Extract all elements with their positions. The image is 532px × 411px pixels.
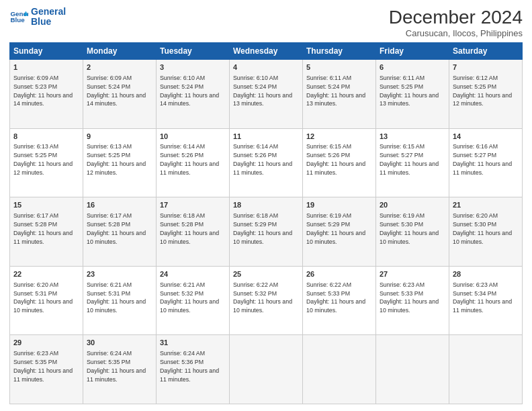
day-number: 3 (160, 62, 226, 73)
calendar-day-cell: 27 Sunrise: 6:23 AMSunset: 5:33 PMDaylig… (376, 266, 449, 335)
day-number: 6 (380, 62, 445, 73)
logo-line2: Blue (31, 17, 66, 27)
header: General Blue General Blue December 2024 … (9, 7, 523, 38)
day-info: Sunrise: 6:15 AMSunset: 5:26 PMDaylight:… (306, 143, 365, 176)
day-number: 1 (13, 62, 79, 73)
calendar-day-cell (376, 335, 449, 404)
calendar-header-row: SundayMondayTuesdayWednesdayThursdayFrid… (10, 43, 523, 60)
day-number: 15 (13, 200, 79, 210)
calendar-day-cell: 29 Sunrise: 6:23 AMSunset: 5:35 PMDaylig… (10, 335, 83, 404)
calendar-day-cell: 25 Sunrise: 6:22 AMSunset: 5:32 PMDaylig… (230, 266, 303, 335)
calendar-day-cell: 15 Sunrise: 6:17 AMSunset: 5:28 PMDaylig… (10, 197, 83, 267)
day-info: Sunrise: 6:23 AMSunset: 5:34 PMDaylight:… (453, 281, 512, 314)
calendar-day-cell: 3 Sunrise: 6:10 AMSunset: 5:24 PMDayligh… (157, 60, 230, 129)
calendar-day-cell (230, 335, 303, 404)
page-title: December 2024 (389, 7, 523, 28)
day-number: 2 (87, 62, 152, 73)
day-number: 30 (87, 338, 152, 348)
day-info: Sunrise: 6:23 AMSunset: 5:35 PMDaylight:… (13, 350, 73, 383)
calendar-day-cell: 2 Sunrise: 6:09 AMSunset: 5:24 PMDayligh… (83, 60, 157, 129)
calendar-week-row: 1 Sunrise: 6:09 AMSunset: 5:23 PMDayligh… (10, 60, 523, 129)
day-info: Sunrise: 6:11 AMSunset: 5:24 PMDaylight:… (306, 75, 365, 107)
calendar-day-cell: 8 Sunrise: 6:13 AMSunset: 5:25 PMDayligh… (10, 128, 83, 197)
calendar-day-header: Tuesday (157, 43, 230, 60)
calendar-day-cell: 7 Sunrise: 6:12 AMSunset: 5:25 PMDayligh… (449, 60, 523, 129)
calendar-day-cell: 14 Sunrise: 6:16 AMSunset: 5:27 PMDaylig… (449, 128, 523, 197)
day-number: 19 (306, 200, 372, 210)
calendar-day-cell: 30 Sunrise: 6:24 AMSunset: 5:35 PMDaylig… (83, 335, 157, 404)
calendar-day-cell: 4 Sunrise: 6:10 AMSunset: 5:24 PMDayligh… (230, 60, 303, 129)
calendar-day-header: Friday (376, 43, 449, 60)
day-number: 4 (233, 62, 299, 73)
day-number: 17 (160, 200, 226, 210)
day-info: Sunrise: 6:17 AMSunset: 5:28 PMDaylight:… (87, 212, 146, 245)
day-number: 20 (380, 200, 445, 210)
day-number: 12 (306, 132, 372, 142)
day-number: 27 (380, 269, 445, 279)
day-info: Sunrise: 6:21 AMSunset: 5:31 PMDaylight:… (87, 281, 146, 314)
day-number: 9 (87, 132, 152, 142)
day-info: Sunrise: 6:15 AMSunset: 5:27 PMDaylight:… (380, 143, 439, 176)
calendar-day-cell: 20 Sunrise: 6:19 AMSunset: 5:30 PMDaylig… (376, 197, 449, 267)
calendar-day-cell: 13 Sunrise: 6:15 AMSunset: 5:27 PMDaylig… (376, 128, 449, 197)
calendar-day-cell: 31 Sunrise: 6:24 AMSunset: 5:36 PMDaylig… (157, 335, 230, 404)
day-number: 31 (160, 338, 226, 348)
calendar-day-cell: 28 Sunrise: 6:23 AMSunset: 5:34 PMDaylig… (449, 266, 523, 335)
calendar-day-cell: 19 Sunrise: 6:19 AMSunset: 5:29 PMDaylig… (303, 197, 376, 267)
day-info: Sunrise: 6:14 AMSunset: 5:26 PMDaylight:… (233, 143, 292, 176)
day-info: Sunrise: 6:23 AMSunset: 5:33 PMDaylight:… (380, 281, 439, 314)
calendar-day-cell: 1 Sunrise: 6:09 AMSunset: 5:23 PMDayligh… (10, 60, 83, 129)
calendar-day-cell: 6 Sunrise: 6:11 AMSunset: 5:25 PMDayligh… (376, 60, 449, 129)
day-info: Sunrise: 6:11 AMSunset: 5:25 PMDaylight:… (380, 75, 439, 107)
calendar-day-cell: 21 Sunrise: 6:20 AMSunset: 5:30 PMDaylig… (449, 197, 523, 267)
calendar-day-cell: 5 Sunrise: 6:11 AMSunset: 5:24 PMDayligh… (303, 60, 376, 129)
day-info: Sunrise: 6:14 AMSunset: 5:26 PMDaylight:… (160, 143, 219, 176)
day-info: Sunrise: 6:13 AMSunset: 5:25 PMDaylight:… (13, 143, 73, 176)
day-info: Sunrise: 6:22 AMSunset: 5:32 PMDaylight:… (233, 281, 292, 314)
calendar-day-cell: 10 Sunrise: 6:14 AMSunset: 5:26 PMDaylig… (157, 128, 230, 197)
day-number: 11 (233, 132, 299, 142)
day-info: Sunrise: 6:09 AMSunset: 5:23 PMDaylight:… (13, 75, 73, 107)
logo-icon: General Blue (9, 7, 28, 26)
day-number: 29 (13, 338, 79, 348)
day-number: 18 (233, 200, 299, 210)
calendar-day-cell (449, 335, 523, 404)
day-info: Sunrise: 6:13 AMSunset: 5:25 PMDaylight:… (87, 143, 146, 176)
logo-line1: General (31, 7, 66, 17)
day-info: Sunrise: 6:21 AMSunset: 5:32 PMDaylight:… (160, 281, 219, 314)
day-info: Sunrise: 6:10 AMSunset: 5:24 PMDaylight:… (233, 75, 292, 107)
day-info: Sunrise: 6:09 AMSunset: 5:24 PMDaylight:… (87, 75, 146, 107)
calendar-week-row: 22 Sunrise: 6:20 AMSunset: 5:31 PMDaylig… (10, 266, 523, 335)
calendar-day-cell: 16 Sunrise: 6:17 AMSunset: 5:28 PMDaylig… (83, 197, 157, 267)
day-number: 8 (13, 132, 79, 142)
calendar-day-cell: 22 Sunrise: 6:20 AMSunset: 5:31 PMDaylig… (10, 266, 83, 335)
day-info: Sunrise: 6:22 AMSunset: 5:33 PMDaylight:… (306, 281, 365, 314)
day-number: 26 (306, 269, 372, 279)
day-info: Sunrise: 6:24 AMSunset: 5:35 PMDaylight:… (87, 350, 146, 383)
calendar-day-cell: 18 Sunrise: 6:18 AMSunset: 5:29 PMDaylig… (230, 197, 303, 267)
svg-text:Blue: Blue (10, 17, 25, 24)
day-number: 23 (87, 269, 152, 279)
calendar-day-header: Monday (83, 43, 157, 60)
day-info: Sunrise: 6:24 AMSunset: 5:36 PMDaylight:… (160, 350, 219, 383)
day-number: 21 (453, 200, 519, 210)
calendar-week-row: 15 Sunrise: 6:17 AMSunset: 5:28 PMDaylig… (10, 197, 523, 267)
day-number: 14 (453, 132, 519, 142)
calendar-table: SundayMondayTuesdayWednesdayThursdayFrid… (9, 42, 523, 404)
calendar-day-cell (303, 335, 376, 404)
day-number: 13 (380, 132, 445, 142)
calendar-day-header: Wednesday (230, 43, 303, 60)
day-info: Sunrise: 6:16 AMSunset: 5:27 PMDaylight:… (453, 143, 512, 176)
calendar-day-cell: 26 Sunrise: 6:22 AMSunset: 5:33 PMDaylig… (303, 266, 376, 335)
page-subtitle: Carusucan, Ilocos, Philippines (389, 28, 523, 38)
page: General Blue General Blue December 2024 … (0, 0, 532, 411)
day-number: 5 (306, 62, 372, 73)
logo: General Blue General Blue (9, 7, 66, 28)
calendar-day-header: Saturday (449, 43, 523, 60)
day-number: 10 (160, 132, 226, 142)
calendar-day-cell: 11 Sunrise: 6:14 AMSunset: 5:26 PMDaylig… (230, 128, 303, 197)
calendar-week-row: 8 Sunrise: 6:13 AMSunset: 5:25 PMDayligh… (10, 128, 523, 197)
day-info: Sunrise: 6:19 AMSunset: 5:30 PMDaylight:… (380, 212, 439, 245)
day-number: 25 (233, 269, 299, 279)
day-number: 22 (13, 269, 79, 279)
